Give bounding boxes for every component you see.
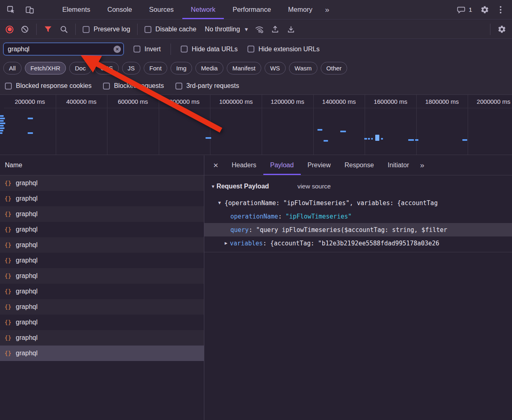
request-row[interactable]: graphql: [0, 191, 204, 206]
blocked-requests-checkbox[interactable]: [103, 83, 110, 90]
tab-performance[interactable]: Performance: [224, 0, 279, 19]
waterfall-ticks: 200000 ms 400000 ms 600000 ms 800000 ms …: [4, 95, 512, 108]
tick-label: 1400000 ms: [313, 95, 365, 108]
pill-font[interactable]: Font: [144, 62, 167, 74]
payload-key: operationName: [230, 213, 278, 220]
payload-variables-row[interactable]: variables : {accountTag: "b12e3b2192ee55…: [204, 236, 512, 250]
payload-preview-text: {operationName: "ipFlowTimeseries", vari…: [225, 199, 438, 207]
pill-all[interactable]: All: [3, 62, 22, 74]
payload-value: {accountTag: "b12e3b2192ee5588fdad995178…: [270, 240, 439, 247]
fetch-braces-icon: [4, 273, 11, 279]
pill-css[interactable]: CSS: [95, 62, 119, 74]
clear-log-icon[interactable]: [20, 25, 29, 34]
pill-wasm[interactable]: Wasm: [289, 62, 317, 74]
preserve-log-checkbox[interactable]: [83, 26, 90, 33]
detail-tab-initiator[interactable]: Initiator: [381, 155, 416, 175]
blocked-cookies-group: Blocked response cookies: [5, 82, 92, 90]
pill-img[interactable]: Img: [171, 62, 192, 74]
inspect-element-icon[interactable]: [7, 5, 15, 14]
disclosure-triangle-icon[interactable]: [225, 241, 228, 246]
filter-input[interactable]: [3, 43, 124, 55]
kebab-menu-icon[interactable]: [500, 9, 501, 11]
fetch-braces-icon: [4, 335, 11, 341]
throttling-select[interactable]: No throttling: [205, 26, 248, 33]
blocked-cookies-label: Blocked response cookies: [16, 82, 92, 90]
disclosure-triangle-icon[interactable]: [211, 184, 215, 189]
invert-checkbox[interactable]: [133, 46, 140, 52]
pill-media[interactable]: Media: [195, 62, 223, 74]
disclosure-triangle-icon[interactable]: [218, 200, 221, 206]
network-toolbar: Preserve log Disable cache No throttling: [0, 20, 512, 39]
issues-indicator[interactable]: 1: [457, 5, 472, 14]
view-source-link[interactable]: view source: [298, 183, 331, 190]
pill-other[interactable]: Other: [321, 62, 348, 74]
close-icon[interactable]: [207, 155, 225, 175]
export-har-icon[interactable]: [287, 25, 295, 34]
disable-cache-checkbox[interactable]: [144, 26, 151, 33]
record-button[interactable]: [6, 26, 13, 33]
devtools-tab-bar: Elements Console Sources Network Perform…: [0, 0, 512, 20]
filter-funnel-icon[interactable]: [44, 25, 53, 34]
search-icon[interactable]: [59, 25, 68, 34]
more-tabs-icon[interactable]: [321, 0, 333, 19]
kv-separator: :: [263, 240, 270, 247]
payload-value: "query ipFlowTimeseries($accountTag: str…: [256, 226, 447, 234]
blocked-cookies-checkbox[interactable]: [5, 83, 12, 90]
request-row[interactable]: graphql: [0, 206, 204, 222]
request-row-selected[interactable]: graphql: [0, 346, 204, 361]
third-party-checkbox[interactable]: [175, 83, 182, 90]
pill-manifest[interactable]: Manifest: [227, 62, 261, 74]
more-detail-tabs-icon[interactable]: [416, 161, 429, 170]
request-row[interactable]: graphql: [0, 237, 204, 253]
payload-key: variables: [230, 240, 263, 247]
third-party-group: 3rd-party requests: [175, 82, 239, 90]
request-row[interactable]: graphql: [0, 315, 204, 330]
tab-network[interactable]: Network: [182, 0, 224, 19]
hide-extension-urls-checkbox[interactable]: [247, 46, 254, 52]
pill-ws[interactable]: WS: [265, 62, 286, 74]
import-har-icon[interactable]: [271, 25, 280, 34]
request-name: graphql: [16, 288, 37, 295]
request-row[interactable]: graphql: [0, 222, 204, 237]
request-row[interactable]: graphql: [0, 253, 204, 268]
request-row[interactable]: graphql: [0, 284, 204, 299]
tab-memory[interactable]: Memory: [280, 0, 321, 19]
pill-doc[interactable]: Doc: [69, 62, 92, 74]
name-column-header[interactable]: Name: [0, 155, 204, 175]
detail-tab-payload[interactable]: Payload: [263, 155, 301, 175]
issues-bubble-icon: [457, 5, 466, 14]
device-toolbar-icon[interactable]: [25, 5, 34, 14]
fetch-braces-icon: [4, 180, 11, 186]
tab-elements[interactable]: Elements: [54, 0, 99, 19]
detail-tab-preview[interactable]: Preview: [301, 155, 338, 175]
invert-group: Invert: [133, 46, 161, 53]
request-name: graphql: [16, 272, 37, 280]
payload-operation-row[interactable]: operationName : "ipFlowTimeseries": [204, 210, 512, 223]
hide-data-urls-checkbox[interactable]: [181, 46, 188, 52]
request-row[interactable]: graphql: [0, 268, 204, 284]
tick-label: 400000 ms: [56, 95, 107, 108]
tab-console[interactable]: Console: [99, 0, 141, 19]
request-row[interactable]: graphql: [0, 330, 204, 346]
clear-filter-icon[interactable]: [114, 46, 121, 53]
devtools-window: Elements Console Sources Network Perform…: [0, 0, 512, 420]
network-settings-gear-icon[interactable]: [497, 25, 506, 34]
request-name: graphql: [16, 303, 37, 311]
request-name: graphql: [16, 195, 37, 202]
request-row[interactable]: graphql: [0, 175, 204, 191]
payload-divider: [204, 252, 512, 252]
pill-js[interactable]: JS: [122, 62, 141, 74]
pill-fetch-xhr[interactable]: Fetch/XHR: [25, 62, 66, 74]
request-name: graphql: [16, 334, 37, 341]
tick-label: 200000 ms: [4, 95, 56, 108]
settings-gear-icon[interactable]: [480, 5, 489, 14]
request-name: graphql: [16, 319, 37, 326]
detail-tab-headers[interactable]: Headers: [225, 155, 263, 175]
request-row[interactable]: graphql: [0, 299, 204, 315]
payload-preview-row[interactable]: {operationName: "ipFlowTimeseries", vari…: [204, 196, 512, 210]
detail-tab-response[interactable]: Response: [337, 155, 381, 175]
payload-query-row-selected[interactable]: query : "query ipFlowTimeseries($account…: [204, 223, 512, 236]
tab-sources[interactable]: Sources: [140, 0, 182, 19]
network-conditions-icon[interactable]: [255, 25, 264, 34]
fetch-braces-icon: [4, 319, 11, 326]
